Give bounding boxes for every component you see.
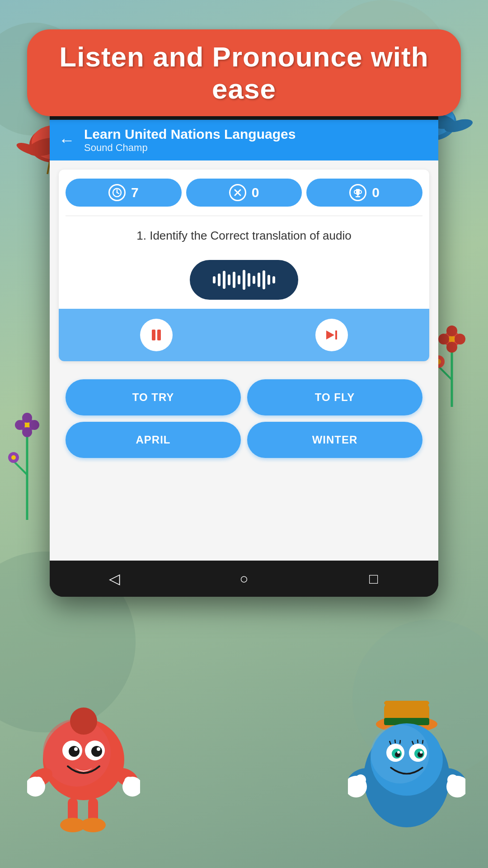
svg-point-74 [74, 747, 78, 751]
svg-line-33 [14, 461, 27, 475]
svg-point-73 [91, 746, 102, 757]
wave-bar-8 [248, 273, 250, 287]
answers-row-1: TO TRY TO FLY [66, 379, 422, 415]
controls-row [59, 309, 429, 361]
nav-home-button[interactable]: ○ [233, 567, 255, 590]
svg-point-28 [446, 326, 457, 336]
wave-bar-12 [267, 275, 270, 285]
header-banner: Listen and Pronounce with ease [27, 29, 461, 116]
question-text: 1. Identify the Correct translation of a… [59, 216, 429, 255]
wave-bar-5 [233, 272, 235, 288]
svg-line-106 [400, 740, 400, 744]
svg-point-38 [22, 413, 32, 423]
svg-point-37 [29, 420, 39, 430]
svg-point-36 [15, 420, 25, 430]
wave-bar-1 [213, 276, 216, 283]
svg-point-29 [446, 342, 457, 353]
svg-line-59 [117, 193, 119, 193]
quiz-card: 7 0 [59, 170, 429, 361]
svg-point-117 [447, 774, 458, 785]
wave-bar-2 [218, 274, 221, 286]
app-bar-subtitle: Sound Champ [84, 142, 429, 154]
timer-icon [108, 184, 126, 201]
wave-bar-9 [253, 276, 255, 284]
waveform [213, 270, 275, 290]
nav-recent-button[interactable]: □ [362, 567, 385, 590]
svg-point-27 [455, 334, 465, 344]
trophy-icon [349, 184, 366, 201]
svg-point-103 [420, 751, 422, 754]
svg-point-26 [438, 334, 449, 344]
mascot-right [348, 701, 465, 841]
answer-button-3[interactable]: APRIL [66, 422, 241, 458]
svg-line-105 [395, 740, 395, 743]
svg-line-109 [422, 740, 423, 744]
skip-button[interactable] [315, 319, 348, 351]
audio-btn-container [59, 255, 429, 309]
score-row: 7 0 [59, 170, 429, 216]
wave-bar-7 [243, 270, 245, 290]
audio-play-button[interactable] [190, 260, 298, 300]
svg-rect-64 [152, 330, 155, 340]
svg-point-113 [355, 774, 366, 785]
svg-line-108 [418, 740, 418, 743]
svg-point-72 [69, 746, 80, 757]
answers-section: TO TRY TO FLY APRIL WINTER [59, 373, 429, 467]
wave-bar-4 [228, 274, 230, 285]
app-bar-titles: Learn United Nations Languages Sound Cha… [84, 127, 429, 154]
svg-point-80 [34, 777, 43, 786]
svg-point-39 [22, 427, 32, 437]
timer-value: 7 [131, 185, 139, 200]
trophy-badge: 0 [306, 179, 422, 207]
header-banner-text: Listen and Pronounce with ease [59, 41, 428, 104]
wave-bar-3 [223, 271, 225, 289]
answer-button-4[interactable]: WINTER [247, 422, 422, 458]
answers-row-2: APRIL WINTER [66, 422, 422, 458]
flowers-left [5, 407, 50, 522]
answer-button-1[interactable]: TO TRY [66, 379, 241, 415]
svg-rect-65 [157, 330, 161, 340]
bottom-nav: ◁ ○ □ [50, 561, 438, 597]
svg-point-84 [124, 777, 133, 786]
phone-frame: 11:48 ← Learn United Nations Languages S… [50, 95, 438, 597]
svg-point-76 [70, 708, 97, 735]
answer-button-2[interactable]: TO FLY [247, 379, 422, 415]
svg-point-88 [80, 818, 106, 832]
wrong-badge: 0 [186, 179, 302, 207]
svg-rect-67 [335, 330, 337, 340]
svg-point-102 [397, 751, 400, 754]
svg-point-75 [97, 747, 100, 751]
svg-point-35 [24, 422, 30, 428]
mascot-left [27, 696, 140, 841]
svg-marker-66 [326, 330, 334, 340]
app-bar: ← Learn United Nations Languages Sound C… [50, 120, 438, 160]
wrong-value: 0 [252, 185, 259, 200]
content-area: 7 0 [50, 160, 438, 561]
wave-bar-10 [258, 273, 260, 287]
phone-content: 7 0 [50, 160, 438, 561]
timer-badge: 7 [66, 179, 182, 207]
wave-bar-6 [238, 275, 240, 284]
pause-button[interactable] [140, 319, 173, 351]
svg-line-23 [438, 366, 452, 380]
trophy-value: 0 [372, 185, 380, 200]
svg-point-41 [11, 455, 16, 460]
nav-back-button[interactable]: ◁ [103, 567, 126, 590]
wave-bar-13 [272, 276, 275, 283]
back-button[interactable]: ← [59, 131, 75, 150]
wave-bar-11 [263, 270, 265, 289]
app-bar-title: Learn United Nations Languages [84, 127, 429, 142]
svg-point-25 [448, 335, 455, 343]
wrong-icon [229, 184, 246, 201]
